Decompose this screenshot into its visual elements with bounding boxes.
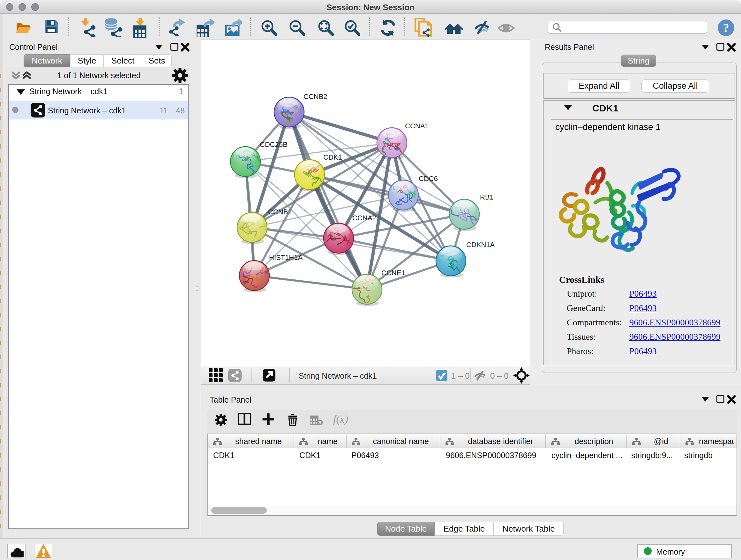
svg-text:RB1: RB1 [480, 193, 494, 201]
svg-text:CCNB1: CCNB1 [268, 208, 292, 216]
svg-text:CCNE1: CCNE1 [381, 269, 405, 277]
svg-text:HIST1H1A: HIST1H1A [269, 253, 302, 261]
svg-text:CCNA1: CCNA1 [405, 122, 429, 130]
svg-text:CDC6: CDC6 [419, 175, 438, 183]
svg-text:CDKN1A: CDKN1A [466, 241, 495, 249]
svg-text:CDK1: CDK1 [323, 153, 342, 161]
svg-text:CDC25B: CDC25B [260, 140, 287, 148]
svg-text:?: ? [723, 21, 729, 35]
svg-text:CCNB2: CCNB2 [304, 92, 327, 101]
svg-text:CCNA2: CCNA2 [352, 214, 376, 222]
